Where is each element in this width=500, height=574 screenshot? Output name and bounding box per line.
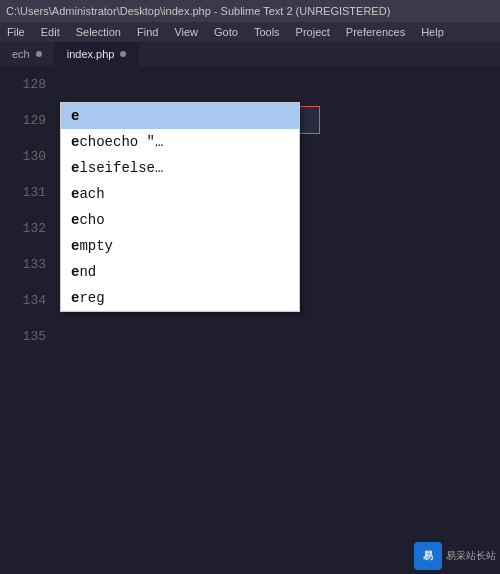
ac-item-e-text: e — [71, 108, 79, 124]
ac-item-e[interactable]: e — [61, 103, 299, 129]
tab-index-php[interactable]: index.php — [55, 42, 140, 66]
line-number-130: 130 — [0, 149, 60, 164]
ac-item-ereg-text: ereg — [71, 290, 105, 306]
ac-item-elseifelse-text: elseifelse… — [71, 160, 163, 176]
menu-file[interactable]: File — [4, 25, 28, 39]
watermark: 易 易采站长站 — [414, 542, 496, 570]
line-number-128: 128 — [0, 77, 60, 92]
ac-item-ereg[interactable]: ereg — [61, 285, 299, 311]
menu-tools[interactable]: Tools — [251, 25, 283, 39]
autocomplete-dropdown: e echoecho "… elseifelse… each echo — [60, 102, 300, 312]
watermark-text: 易采站长站 — [446, 549, 496, 563]
tab-bar: ech index.php — [0, 42, 500, 66]
ac-item-e-bold: e — [71, 108, 79, 124]
ac-item-end-text: end — [71, 264, 96, 280]
ac-item-ereg-rest: reg — [79, 290, 104, 306]
menu-view[interactable]: View — [171, 25, 201, 39]
tab-ech-dot — [36, 51, 42, 57]
menu-bar: File Edit Selection Find View Goto Tools… — [0, 22, 500, 42]
watermark-logo-text: 易 — [423, 549, 433, 563]
ac-item-echo-text: echo — [71, 212, 105, 228]
tab-index-php-label: index.php — [67, 48, 115, 60]
line-number-134: 134 — [0, 293, 60, 308]
menu-preferences[interactable]: Preferences — [343, 25, 408, 39]
ac-item-each-text: each — [71, 186, 105, 202]
menu-edit[interactable]: Edit — [38, 25, 63, 39]
line-number-135: 135 — [0, 329, 60, 344]
ac-item-empty-rest: mpty — [79, 238, 113, 254]
ac-item-empty[interactable]: empty — [61, 233, 299, 259]
line-number-129: 129 — [0, 113, 60, 128]
menu-goto[interactable]: Goto — [211, 25, 241, 39]
tab-index-php-dot — [120, 51, 126, 57]
line-number-131: 131 — [0, 185, 60, 200]
line-135: 135 — [0, 318, 500, 354]
watermark-logo: 易 — [414, 542, 442, 570]
ac-item-echo[interactable]: echo — [61, 207, 299, 233]
ac-item-end[interactable]: end — [61, 259, 299, 285]
ac-item-echoecho[interactable]: echoecho "… — [61, 129, 299, 155]
line-number-132: 132 — [0, 221, 60, 236]
ac-item-echoecho-text: echoecho "… — [71, 134, 163, 150]
ac-item-each[interactable]: each — [61, 181, 299, 207]
menu-project[interactable]: Project — [293, 25, 333, 39]
line-128: 128 — [0, 66, 500, 102]
ac-item-echoecho-rest: choecho "… — [79, 134, 163, 150]
menu-help[interactable]: Help — [418, 25, 447, 39]
editor: 128 129 130 131 132 133 134 ? 135 — [0, 66, 500, 574]
menu-selection[interactable]: Selection — [73, 25, 124, 39]
ac-item-each-rest: ach — [79, 186, 104, 202]
tab-ech-label: ech — [12, 48, 30, 60]
line-number-133: 133 — [0, 257, 60, 272]
ac-item-end-rest: nd — [79, 264, 96, 280]
menu-find[interactable]: Find — [134, 25, 161, 39]
tab-ech[interactable]: ech — [0, 42, 55, 66]
ac-item-elseifelse-rest: lseifelse… — [79, 160, 163, 176]
title-text: C:\Users\Administrator\Desktop\index.php… — [6, 5, 390, 17]
ac-item-empty-text: empty — [71, 238, 113, 254]
ac-item-echo-rest: cho — [79, 212, 104, 228]
title-bar: C:\Users\Administrator\Desktop\index.php… — [0, 0, 500, 22]
ac-item-elseifelse[interactable]: elseifelse… — [61, 155, 299, 181]
